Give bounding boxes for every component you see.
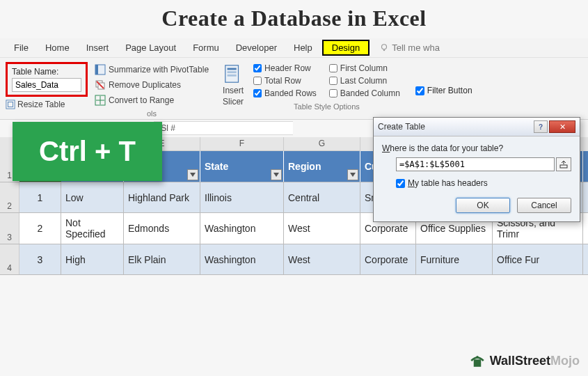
cell-city[interactable]: Edmonds (124, 213, 200, 244)
th-region[interactable]: Region (284, 151, 360, 182)
table-name-box: Table Name: (6, 62, 88, 97)
table-name-input[interactable] (12, 78, 81, 92)
cell-priority[interactable]: High (61, 244, 124, 274)
remove-duplicates-button[interactable]: Remove Duplicates (92, 79, 212, 91)
check-banded-column[interactable]: Banded Column (329, 88, 400, 98)
tab-file[interactable]: File (7, 40, 35, 56)
cell-region[interactable]: Central (284, 182, 360, 212)
filter-dropdown-state[interactable] (271, 169, 282, 180)
svg-rect-13 (560, 165, 567, 168)
col-label-f[interactable]: F (200, 137, 284, 151)
filter-dropdown-city[interactable] (187, 169, 198, 180)
dialog-close-button[interactable]: ✕ (549, 120, 575, 133)
my-table-has-headers-check[interactable]: My table has headers (396, 178, 571, 188)
page-title: Create a Database in Excel (0, 0, 588, 38)
watermark: WallStreetMojo (468, 351, 580, 370)
tab-help[interactable]: Help (287, 40, 319, 56)
dialog-question: Where is the data for your table? (382, 143, 571, 153)
range-input[interactable] (396, 157, 555, 171)
check-header-row[interactable]: Header Row (253, 63, 317, 73)
collapse-icon (559, 160, 568, 169)
group-style-options: Header Row First Column Total Row Last C… (251, 62, 403, 118)
remove-duplicates-icon (95, 79, 106, 91)
svg-rect-2 (8, 102, 13, 107)
summarize-pivot-label: Summarize with PivotTable (109, 65, 209, 75)
brand-text-a: WallStreet (490, 354, 550, 368)
group-style-caption: Table Style Options (251, 102, 403, 111)
cell-priority[interactable]: Low (61, 182, 124, 212)
check-banded-rows[interactable]: Banded Rows (253, 88, 317, 98)
svg-rect-14 (473, 359, 481, 367)
range-picker-button[interactable] (556, 157, 571, 171)
cell-state[interactable]: Washington (200, 244, 284, 274)
cell-sl[interactable]: 3 (19, 244, 61, 274)
tell-me-label: Tell me wha (392, 42, 440, 53)
slicer-icon (223, 63, 244, 84)
svg-rect-10 (228, 68, 237, 70)
ok-button[interactable]: OK (456, 198, 510, 213)
resize-icon (6, 100, 15, 109)
svg-rect-11 (228, 71, 237, 73)
tab-formulas[interactable]: Formu (186, 40, 226, 56)
create-table-dialog: Create Table ? ✕ Where is the data for y… (373, 117, 580, 222)
tab-insert[interactable]: Insert (79, 40, 116, 56)
insert-slicer-button[interactable]: Insert Slicer (218, 62, 248, 118)
pivot-icon (95, 64, 106, 75)
row-header[interactable]: 3 (0, 213, 19, 244)
convert-to-range-button[interactable]: Convert to Range (92, 94, 212, 107)
svg-rect-4 (95, 65, 98, 75)
formula-input[interactable]: Sl # (154, 121, 293, 135)
svg-rect-1 (6, 100, 15, 109)
cell-cat[interactable]: Furniture (416, 244, 493, 274)
dialog-titlebar[interactable]: Create Table ? ✕ (374, 118, 580, 136)
remove-duplicates-label: Remove Duplicates (109, 80, 181, 90)
row-header[interactable]: 4 (0, 244, 19, 274)
lightbulb-icon (379, 43, 389, 53)
filter-dropdown-region[interactable] (347, 169, 358, 180)
keyboard-shortcut-badge: Ctrl + T (13, 122, 162, 181)
brand-logo-icon (468, 351, 487, 370)
th-state[interactable]: State (200, 151, 284, 182)
cell-city[interactable]: Elk Plain (124, 244, 200, 274)
check-filter-button[interactable]: Filter Button (415, 62, 472, 118)
group-properties: Table Name: Resize Table (6, 62, 88, 118)
tab-home[interactable]: Home (38, 40, 77, 56)
convert-to-range-label: Convert to Range (109, 95, 174, 105)
cell-sl[interactable]: 2 (19, 213, 61, 244)
dialog-title-text: Create Table (378, 122, 425, 132)
ribbon: Table Name: Resize Table Summarize with … (0, 58, 588, 120)
row-header[interactable]: 2 (0, 182, 19, 212)
cell-city[interactable]: Highland Park (124, 182, 200, 212)
tell-me-search[interactable]: Tell me wha (379, 42, 440, 53)
cancel-button[interactable]: Cancel (517, 198, 571, 213)
cell-region[interactable]: West (284, 213, 360, 244)
dialog-help-button[interactable]: ? (534, 120, 548, 133)
svg-rect-9 (225, 65, 239, 82)
svg-rect-12 (228, 75, 237, 77)
svg-point-15 (476, 356, 479, 359)
cell-region[interactable]: West (284, 244, 360, 274)
table-row: 4 3 High Elk Plain Washington West Corpo… (0, 244, 588, 275)
check-last-column[interactable]: Last Column (329, 76, 400, 86)
convert-range-icon (95, 95, 106, 106)
resize-table-button[interactable]: Resize Table (6, 100, 88, 109)
tab-design[interactable]: Design (322, 40, 370, 56)
tab-developer[interactable]: Developer (229, 40, 284, 56)
cell-seg[interactable]: Corporate (360, 244, 416, 274)
check-first-column[interactable]: First Column (329, 63, 400, 73)
group-tools: Summarize with PivotTable Remove Duplica… (92, 62, 212, 118)
summarize-pivot-button[interactable]: Summarize with PivotTable (92, 63, 212, 76)
cell-sl[interactable]: 1 (19, 182, 61, 212)
svg-point-0 (382, 44, 387, 49)
brand-text-b: Mojo (550, 354, 580, 368)
cell-priority[interactable]: Not Specified (61, 213, 124, 244)
tab-page-layout[interactable]: Page Layout (118, 40, 183, 56)
resize-table-label: Resize Table (17, 100, 65, 109)
cell-state[interactable]: Washington (200, 213, 284, 244)
table-name-label: Table Name: (12, 67, 81, 77)
cell-state[interactable]: Illinois (200, 182, 284, 212)
insert-slicer-line1: Insert (223, 86, 244, 95)
check-total-row[interactable]: Total Row (253, 76, 317, 86)
col-label-g[interactable]: G (284, 137, 360, 151)
cell-sub[interactable]: Office Fur (493, 244, 583, 274)
